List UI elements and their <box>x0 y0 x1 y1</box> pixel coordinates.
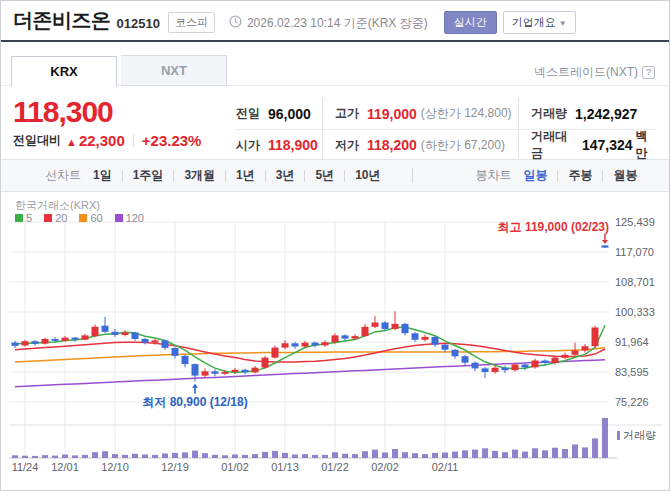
change-value: 22,300 <box>79 132 125 149</box>
legend-ma60: 60 <box>79 212 102 224</box>
company-overview-button[interactable]: 기업개요▼ <box>503 11 576 34</box>
volume-bar-icon <box>617 431 620 440</box>
stock-chart-svg[interactable]: 125,439117,070108,701100,33391,96483,595… <box>9 192 663 482</box>
volume-panel-label: 거래량 <box>617 428 656 443</box>
chevron-down-icon: ▼ <box>559 19 567 28</box>
help-icon[interactable]: ? <box>642 66 655 79</box>
period-daily[interactable]: 일봉 <box>523 167 547 184</box>
svg-text:75,226: 75,226 <box>615 396 649 408</box>
tab-nxt[interactable]: NXT <box>121 55 227 86</box>
chart-period-toolbar: 선차트 1일 1주일 3개월 1년 3년 5년 10년 봉차트 일봉 주봉 월봉 <box>1 159 669 192</box>
period-1y[interactable]: 1년 <box>236 167 255 184</box>
chart-panel: 125,439117,070108,701100,33391,96483,595… <box>1 192 669 490</box>
price-change-row: 전일대비 ▲22,300 +23.23% <box>13 132 236 149</box>
change-label: 전일대비 <box>13 132 61 149</box>
price-summary: 118,300 전일대비 ▲22,300 +23.23% 전일96,000 고가… <box>1 86 669 159</box>
prev-close-cell: 전일96,000 <box>236 98 322 129</box>
svg-text:91,964: 91,964 <box>615 336 649 348</box>
nextrade-note: 넥스트레이드(NXT) ? <box>534 64 655 81</box>
svg-text:최저 80,900 (12/18): 최저 80,900 (12/18) <box>142 395 247 409</box>
day-high-cell: 고가119,000(상한가 124,800) <box>322 98 518 129</box>
svg-text:01/02: 01/02 <box>221 461 249 473</box>
group-divider <box>412 168 413 183</box>
candle-chart-group: 봉차트 일봉 주봉 월봉 <box>475 167 637 184</box>
ma-legend: 5 20 60 120 <box>15 212 144 224</box>
legend-ma120: 120 <box>115 212 144 224</box>
svg-text:125,439: 125,439 <box>615 216 655 228</box>
quote-timestamp: 2026.02.23 10:14 기준(KRX 장중) <box>247 15 428 32</box>
day-low-cell: 저가118,200(하한가 67,200) <box>322 129 518 160</box>
line-chart-group: 선차트 1일 1주일 3개월 1년 3년 5년 10년 <box>45 167 380 184</box>
tab-krx[interactable]: KRX <box>11 56 117 87</box>
stock-title: 더존비즈온 <box>13 7 111 34</box>
realtime-button[interactable]: 실시간 <box>444 11 497 34</box>
open-price-cell: 시가118,900 <box>236 129 322 160</box>
svg-text:01/13: 01/13 <box>271 461 299 473</box>
candle-chart-label: 봉차트 <box>475 167 511 184</box>
current-price: 118,300 <box>13 96 236 128</box>
legend-ma20: 20 <box>44 212 67 224</box>
period-3y[interactable]: 3년 <box>276 167 295 184</box>
clock-icon <box>229 14 242 32</box>
quote-info-table: 전일96,000 고가119,000(상한가 124,800) 거래량1,242… <box>236 98 657 159</box>
svg-text:02/02: 02/02 <box>371 461 399 473</box>
svg-text:108,701: 108,701 <box>615 276 655 288</box>
svg-text:12/19: 12/19 <box>161 461 189 473</box>
period-weekly[interactable]: 주봉 <box>568 167 592 184</box>
chart-source-label: 한국거래소(KRX) <box>15 198 100 213</box>
svg-text:최고 119,000 (02/23): 최고 119,000 (02/23) <box>498 220 609 234</box>
divider <box>133 134 134 147</box>
svg-text:12/01: 12/01 <box>51 461 79 473</box>
period-1d[interactable]: 1일 <box>93 167 112 184</box>
svg-text:83,595: 83,595 <box>615 366 649 378</box>
period-1w[interactable]: 1주일 <box>133 167 164 184</box>
svg-text:01/22: 01/22 <box>321 461 349 473</box>
up-arrow-icon: ▲ <box>66 136 77 148</box>
legend-ma5: 5 <box>15 212 32 224</box>
period-3m[interactable]: 3개월 <box>184 167 215 184</box>
line-chart-label: 선차트 <box>45 167 81 184</box>
change-percent: +23.23% <box>142 132 202 149</box>
stock-code: 012510 <box>117 16 160 31</box>
period-monthly[interactable]: 월봉 <box>613 167 637 184</box>
trade-amount-cell: 거래대금147,324백만 <box>518 129 657 160</box>
nextrade-label: 넥스트레이드(NXT) <box>534 64 638 81</box>
svg-text:11/24: 11/24 <box>12 461 39 473</box>
svg-text:02/11: 02/11 <box>432 461 459 473</box>
volume-cell: 거래량1,242,927 <box>518 98 657 129</box>
header: 더존비즈온 012510 코스피 2026.02.23 10:14 기준(KRX… <box>1 1 669 42</box>
svg-text:100,333: 100,333 <box>615 306 655 318</box>
exchange-tabbar: KRX NXT 넥스트레이드(NXT) ? <box>1 42 669 86</box>
svg-text:12/10: 12/10 <box>101 461 129 473</box>
period-10y[interactable]: 10년 <box>355 167 380 184</box>
period-5y[interactable]: 5년 <box>315 167 334 184</box>
stock-detail-page: 더존비즈온 012510 코스피 2026.02.23 10:14 기준(KRX… <box>0 0 670 491</box>
svg-text:117,070: 117,070 <box>615 246 654 258</box>
market-badge: 코스피 <box>168 12 215 33</box>
change-value-wrap: ▲22,300 <box>66 132 125 149</box>
current-price-block: 118,300 전일대비 ▲22,300 +23.23% <box>13 96 236 159</box>
